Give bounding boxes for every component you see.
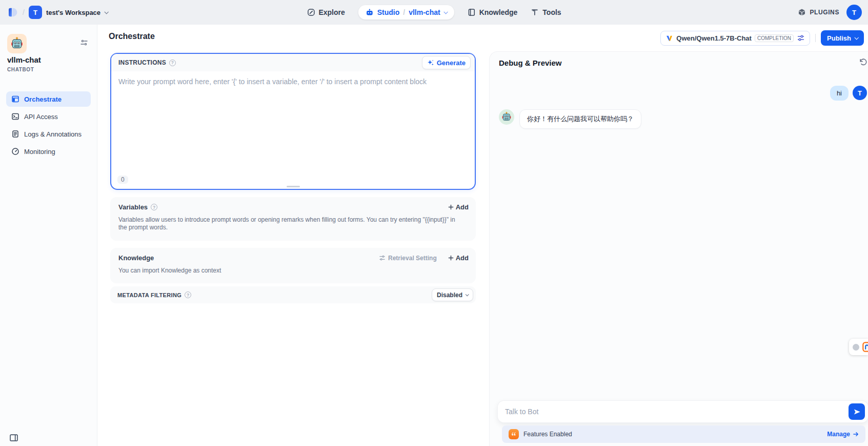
tools-icon [531, 8, 539, 16]
app-icon[interactable] [7, 34, 27, 53]
nav-knowledge-label: Knowledge [479, 8, 518, 16]
send-icon [853, 408, 861, 416]
metadata-filtering-value: Disabled [437, 292, 462, 299]
manage-features-link[interactable]: Manage [827, 431, 859, 438]
debug-preview-panel: Debug & Preview hi T [489, 51, 868, 446]
chat-message-user: hi T [830, 86, 868, 101]
metadata-filtering-row: METADATA FILTERING Disabled [110, 286, 476, 303]
nav-plugins-label: PLUGINS [810, 9, 839, 16]
chat-input[interactable] [498, 401, 868, 422]
character-count: 0 [117, 176, 128, 184]
send-button[interactable] [849, 403, 865, 420]
user-avatar[interactable]: T [846, 5, 862, 20]
bot-message-bubble: 你好！有什么问题我可以帮助你吗？ [519, 109, 641, 129]
chevron-down-icon [105, 10, 109, 14]
restart-conversation-icon[interactable] [859, 58, 867, 67]
package-icon [798, 8, 806, 16]
prompt-editor-placeholder[interactable]: Write your prompt word here, enter '{' t… [118, 77, 427, 86]
terminal-icon [11, 112, 19, 121]
generate-button[interactable]: Generate [422, 56, 471, 69]
extension-logo-icon [862, 342, 868, 352]
help-icon[interactable] [169, 60, 176, 66]
nav-studio-current-app[interactable]: Studio vllm-chat [358, 5, 454, 20]
header-actions: Qwen/Qwen1.5-7B-Chat COMPLETION Publish [660, 30, 864, 46]
debug-preview-title: Debug & Preview [499, 59, 562, 67]
vllm-logo-icon [665, 34, 673, 42]
sidebar-item-label: Monitoring [24, 148, 55, 156]
instructions-header: INSTRUCTIONS Generate [111, 54, 475, 71]
variables-section: Variables Add Variables allow users to i… [110, 197, 476, 241]
gauge-icon [11, 147, 19, 156]
sidebar-item-label: Logs & Annotations [24, 130, 82, 138]
resize-handle[interactable] [287, 186, 300, 187]
sidebar-item-api-access[interactable]: API Access [6, 109, 91, 124]
workspace-name[interactable]: test's Workspace [46, 9, 100, 16]
plus-icon [448, 255, 454, 261]
app-settings-icon[interactable] [80, 39, 88, 46]
chevron-down-icon [466, 293, 469, 296]
sidebar-menu: Orchestrate API Access Logs & Annotation… [6, 91, 91, 159]
model-parameters-icon[interactable] [797, 34, 805, 42]
model-name: Qwen/Qwen1.5-7B-Chat [676, 34, 752, 42]
features-label: Features Enabled [523, 431, 572, 438]
page-title: Orchestrate [109, 32, 155, 41]
chevron-down-icon [443, 10, 448, 14]
model-selector[interactable]: Qwen/Qwen1.5-7B-Chat COMPLETION [660, 31, 810, 46]
app-type-badge: CHATBOT [7, 67, 34, 72]
nav-current-app-label: vllm-chat [409, 8, 440, 16]
bot-chat-avatar [499, 109, 514, 125]
arrow-right-icon [853, 431, 859, 437]
robot-emoji-icon [10, 37, 24, 50]
model-mode-badge: COMPLETION [755, 34, 794, 42]
help-icon[interactable] [151, 204, 157, 210]
dify-logo[interactable] [6, 6, 18, 18]
top-navigation-bar: T test's Workspace Explore [0, 0, 868, 25]
plus-icon [448, 204, 454, 210]
explore-icon [307, 8, 315, 16]
manage-label: Manage [827, 431, 850, 438]
knowledge-description: You can import Knowledge as context [110, 262, 464, 275]
nav-explore[interactable]: Explore [307, 8, 345, 16]
sidebar-item-logs-annotations[interactable]: Logs & Annotations [6, 126, 91, 142]
chat-message-bot: 你好！有什么问题我可以帮助你吗？ [499, 109, 641, 129]
nav-plugins[interactable]: PLUGINS [798, 8, 839, 16]
app-window: T test's Workspace Explore [0, 0, 868, 446]
retrieval-setting-button[interactable]: Retrieval Setting [379, 255, 437, 262]
browser-extension-widget[interactable] [849, 339, 868, 355]
retrieval-setting-label: Retrieval Setting [388, 255, 437, 262]
collapse-panel-icon [9, 433, 18, 442]
sidebar-item-orchestrate[interactable]: Orchestrate [6, 91, 91, 107]
publish-button[interactable]: Publish [821, 30, 864, 46]
nav-separator [403, 8, 405, 16]
add-variable-button[interactable]: Add [448, 203, 469, 211]
workspace-avatar: T [29, 6, 42, 19]
add-label: Add [456, 203, 469, 211]
add-knowledge-button[interactable]: Add [448, 254, 469, 262]
breadcrumb-separator [23, 8, 25, 16]
metadata-filtering-toggle[interactable]: Disabled [432, 288, 473, 301]
nav-tools-label: Tools [542, 8, 561, 16]
topbar-right: PLUGINS T [798, 0, 862, 25]
workspace-breadcrumb: T test's Workspace [6, 0, 108, 25]
robot-icon [366, 8, 374, 16]
help-icon[interactable] [185, 292, 191, 298]
generate-label: Generate [437, 59, 466, 67]
nav-explore-label: Explore [318, 8, 345, 16]
features-bar: Features Enabled Manage [502, 425, 865, 443]
chevron-down-icon [854, 35, 858, 40]
variables-description: Variables allow users to introduce promp… [110, 211, 464, 231]
knowledge-section: Knowledge Retrieval Setting Add You can … [110, 248, 476, 283]
orchestrate-icon [11, 95, 19, 103]
collapse-sidebar-button[interactable] [9, 433, 18, 442]
variables-title: Variables [118, 203, 148, 211]
app-name: vllm-chat [7, 55, 41, 64]
features-icon [509, 429, 519, 439]
instructions-title: INSTRUCTIONS [118, 59, 166, 66]
nav-studio-label: Studio [377, 8, 400, 16]
nav-knowledge[interactable]: Knowledge [468, 8, 518, 16]
document-icon [11, 130, 19, 138]
nav-tools[interactable]: Tools [531, 8, 561, 16]
status-dot-icon [853, 344, 859, 351]
sidebar-item-monitoring[interactable]: Monitoring [6, 144, 91, 159]
robot-emoji-icon [501, 112, 512, 122]
